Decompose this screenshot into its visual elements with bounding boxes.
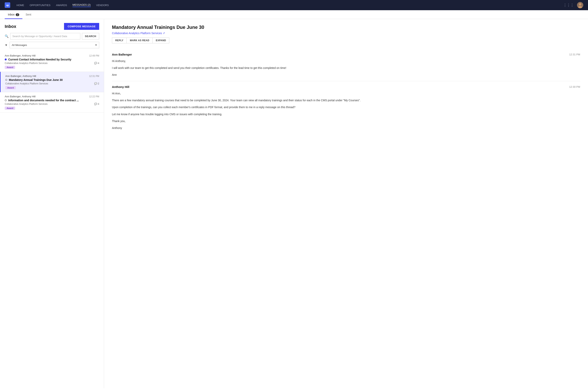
thread-msg-body: Hi Anthony, I will work with our team to… <box>112 59 580 77</box>
compose-button[interactable]: COMPOSE MESSAGE <box>64 23 99 30</box>
nav-right: ⋮⋮⋮ <box>563 2 583 8</box>
read-circle <box>5 99 7 101</box>
message-subject: Mandatory Annual Trainings Due June 30 <box>5 78 99 81</box>
app-logo[interactable]: ap <box>5 2 10 8</box>
grid-icon[interactable]: ⋮⋮⋮ <box>563 3 574 7</box>
message-count: 💬 2 <box>94 82 99 85</box>
external-link-icon: ↗ <box>163 32 165 35</box>
message-time: 12:31 PM <box>89 75 99 77</box>
chat-icon: 💬 <box>94 62 97 65</box>
message-item[interactable]: Ann Ballenger, Anthony Hill 12:49 PM Cur… <box>0 51 104 72</box>
message-senders: Ann Ballenger, Anthony Hill <box>5 54 35 57</box>
filter-bar: ▼ All Messages Unread Read Award Opportu… <box>0 42 104 51</box>
chat-icon: 💬 <box>94 103 97 105</box>
tab-inbox[interactable]: Inbox2 <box>5 10 22 19</box>
chat-icon: 💬 <box>94 82 97 85</box>
message-count: 💬 4 <box>94 103 99 105</box>
award-tag: Award <box>5 66 15 69</box>
right-panel: Mandatory Annual Trainings Due June 30 C… <box>104 19 588 388</box>
tab-sent[interactable]: Sent <box>22 10 34 19</box>
thread-messages: Ann Ballenger 12:31 PM Hi Anthony, I wil… <box>112 49 580 134</box>
message-footer: Collaborative Analytics Platform Service… <box>5 82 99 85</box>
message-item-header: Ann Ballenger, Anthony Hill 12:31 PM <box>5 75 99 77</box>
message-list: Ann Ballenger, Anthony Hill 12:49 PM Cur… <box>0 51 104 388</box>
thread-title: Mandatory Annual Trainings Due June 30 <box>112 25 580 30</box>
top-navigation: ap HOME OPPORTUNITIES AWARDS MESSAGES (2… <box>0 0 588 10</box>
message-senders: Ann Ballenger, Anthony Hill <box>5 95 35 98</box>
thread-msg-sender: Ann Ballenger <box>112 53 132 56</box>
thread-msg-body: Hi Ann, There are a few mandatory annual… <box>112 91 580 130</box>
tabs-bar: Inbox2 Sent <box>0 10 588 19</box>
thread-actions: REPLY MARK AS READ EXPAND <box>112 37 580 43</box>
thread-msg-time: 12:30 PM <box>569 85 580 88</box>
thread-msg-header: Anthony Hill 12:30 PM <box>112 85 580 89</box>
filter-icon: ▼ <box>5 43 8 47</box>
thread-org-name: Collaborative Analytics Platform Service… <box>112 32 162 35</box>
message-footer: Collaborative Analytics Platform Service… <box>5 103 99 105</box>
nav-vendors[interactable]: VENDORS <box>96 4 109 7</box>
message-item[interactable]: Ann Ballenger, Anthony Hill 12:22 PM Inf… <box>0 92 104 113</box>
thread-org-link[interactable]: Collaborative Analytics Platform Service… <box>112 32 580 35</box>
thread-msg-header: Ann Ballenger 12:31 PM <box>112 53 580 56</box>
svg-point-1 <box>579 3 581 5</box>
nav-awards[interactable]: AWARDS <box>56 4 67 7</box>
message-count: 💬 4 <box>94 62 99 65</box>
user-avatar[interactable] <box>577 2 583 8</box>
search-button[interactable]: SEARCH <box>82 33 99 39</box>
message-item[interactable]: Ann Ballenger, Anthony Hill 12:31 PM Man… <box>0 72 104 92</box>
thread-message: Anthony Hill 12:30 PM Hi Ann, There are … <box>112 81 580 134</box>
inbox-title: Inbox <box>5 24 16 29</box>
main-container: Inbox COMPOSE MESSAGE 🔍 SEARCH ▼ All Mes… <box>0 19 588 388</box>
thread-message: Ann Ballenger 12:31 PM Hi Anthony, I wil… <box>112 49 580 81</box>
message-subject: Information and documents needed for the… <box>5 99 99 102</box>
reply-button[interactable]: REPLY <box>112 37 127 43</box>
search-bar: 🔍 SEARCH <box>0 33 104 42</box>
message-senders: Ann Ballenger, Anthony Hill <box>5 75 36 77</box>
expand-button[interactable]: EXPAND <box>152 37 169 43</box>
message-item-header: Ann Ballenger, Anthony Hill 12:22 PM <box>5 95 99 98</box>
mark-as-read-button[interactable]: MARK AS READ <box>127 37 152 43</box>
message-time: 12:49 PM <box>89 54 99 57</box>
inbox-header: Inbox COMPOSE MESSAGE <box>0 19 104 33</box>
read-circle <box>5 79 7 81</box>
message-org: Collaborative Analytics Platform Service… <box>5 82 48 85</box>
message-item-header: Ann Ballenger, Anthony Hill 12:49 PM <box>5 54 99 57</box>
message-subject: Current Contact Information Needed by Se… <box>5 58 99 61</box>
inbox-badge: 2 <box>16 13 19 16</box>
nav-opportunities[interactable]: OPPORTUNITIES <box>30 4 50 7</box>
thread-msg-sender: Anthony Hill <box>112 85 129 89</box>
search-icon: 🔍 <box>5 34 9 38</box>
message-footer: Collaborative Analytics Platform Service… <box>5 62 99 65</box>
message-time: 12:22 PM <box>89 95 99 98</box>
nav-messages[interactable]: MESSAGES (2) <box>72 3 91 7</box>
unread-dot <box>5 59 7 61</box>
left-panel: Inbox COMPOSE MESSAGE 🔍 SEARCH ▼ All Mes… <box>0 19 104 388</box>
search-input[interactable] <box>10 33 80 39</box>
message-org: Collaborative Analytics Platform Service… <box>5 62 47 65</box>
award-tag: Award <box>5 86 16 89</box>
nav-home[interactable]: HOME <box>16 4 24 7</box>
logo-icon: ap <box>5 2 10 8</box>
award-tag: Award <box>5 107 15 110</box>
filter-select[interactable]: All Messages Unread Read Award Opportuni… <box>10 42 99 48</box>
message-org: Collaborative Analytics Platform Service… <box>5 103 47 105</box>
nav-links: HOME OPPORTUNITIES AWARDS MESSAGES (2) V… <box>16 3 557 7</box>
thread-msg-time: 12:31 PM <box>569 53 580 56</box>
